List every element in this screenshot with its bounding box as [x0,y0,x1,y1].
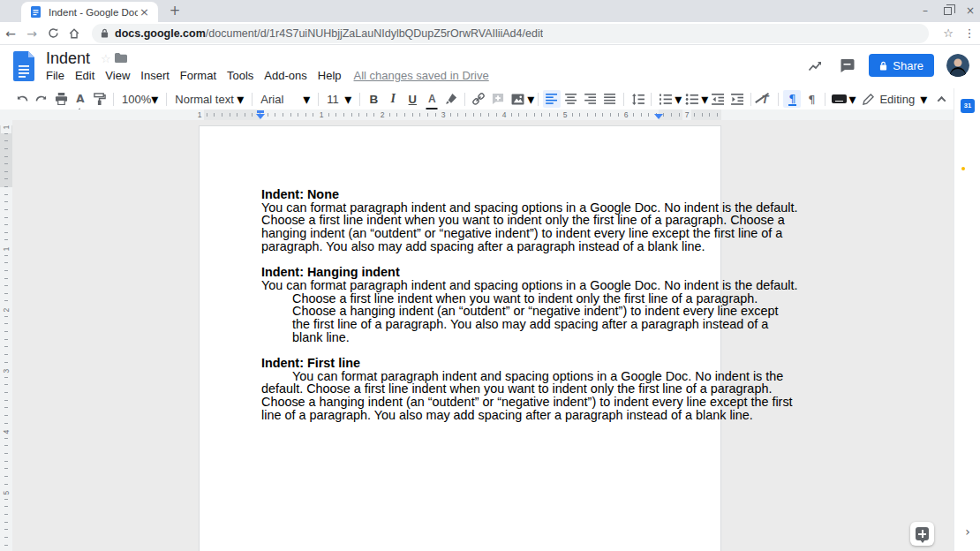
align-right-icon[interactable] [582,90,599,108]
docs-favicon-icon [30,6,41,18]
horizontal-ruler[interactable]: 1 1 2 3 4 5 6 7 [0,109,954,120]
align-justify-icon[interactable] [601,90,619,108]
underline-icon[interactable]: U [403,90,421,108]
add-comment-icon[interactable] [489,90,507,108]
redo-icon[interactable] [33,90,50,108]
collapse-toolbar-button[interactable] [934,90,948,108]
home-icon[interactable] [64,27,85,40]
doc-line: line of a paragraph. You also may add sp… [261,409,667,422]
bookmark-star-icon[interactable]: ☆ [938,26,959,40]
zoom-select[interactable]: 100%▾ [117,90,162,108]
clear-formatting-icon[interactable]: T [756,90,773,108]
google-docs-window: Indent - Google Docs × + – × ← → docs.go… [0,0,980,551]
minimize-icon[interactable]: – [919,0,931,22]
pencil-icon [863,94,874,105]
forward-icon[interactable]: → [21,26,42,41]
line-spacing-icon[interactable] [629,90,646,108]
chevron-down-icon[interactable]: ▾ [701,91,708,108]
insert-image-icon[interactable] [509,90,526,108]
spellcheck-icon[interactable]: A [72,90,89,108]
ruler-number: 3 [1,365,11,377]
left-indent-marker[interactable] [256,114,265,119]
toolbar-divider [750,93,751,106]
doc-section-none: Indent: None You can format paragraph in… [261,188,667,253]
header-actions: Share [805,54,969,77]
font-select[interactable]: Arial▾ [256,90,314,108]
toolbar-divider [464,93,465,106]
italic-icon[interactable]: I [384,90,402,108]
window-controls: – × [919,0,976,22]
browser-tab[interactable]: Indent - Google Docs × [21,2,158,22]
undo-icon[interactable] [13,90,31,108]
highlight-color-icon[interactable] [442,90,460,108]
font-value: Arial [260,93,283,106]
menu-addons[interactable]: Add-ons [259,67,312,84]
style-value: Normal text [175,93,233,106]
chevron-down-icon[interactable]: ▾ [675,91,682,108]
star-document-icon[interactable]: ☆ [101,52,111,65]
doc-section-first-line: Indent: First line You can format paragr… [261,357,667,421]
input-tools-icon[interactable] [830,90,848,108]
zoom-value: 100% [122,93,151,106]
paragraph-style-select[interactable]: Normal text▾ [170,90,248,108]
url-path: /document/d/1r4S7uiNUHbjjZaLauNIdylbQDup… [206,27,543,40]
paint-format-icon[interactable] [91,90,109,108]
new-tab-button[interactable]: + [166,3,184,20]
doc-line: You can format paragraph indent and spac… [261,201,667,215]
chevron-down-icon: ▾ [303,91,310,108]
move-folder-icon[interactable] [115,53,127,63]
numbered-list-icon[interactable] [656,90,674,108]
bulleted-list-icon[interactable] [682,90,700,108]
right-indent-marker[interactable] [654,114,663,119]
reload-icon[interactable] [42,27,64,39]
menu-view[interactable]: View [100,67,135,84]
url-bar[interactable]: docs.google.com/document/d/1r4S7uiNUHbjj… [92,24,929,43]
insert-link-icon[interactable] [470,90,487,108]
chevron-up-icon [937,95,946,104]
chevron-down-icon[interactable]: ▾ [848,91,856,108]
doc-line: You can format paragraph indent and spac… [261,279,667,292]
document-page[interactable]: Indent: None You can format paragraph in… [199,125,721,551]
toolbar-divider [252,93,253,106]
window-close-icon[interactable]: × [964,0,976,22]
docs-logo-icon[interactable] [13,51,36,81]
bold-icon[interactable]: B [365,90,382,108]
insights-icon[interactable] [805,56,825,75]
paragraph-ltr-icon[interactable]: ¶ [783,90,801,108]
menu-format[interactable]: Format [175,67,222,84]
increase-indent-icon[interactable] [728,90,746,108]
chevron-down-icon: ▾ [237,91,244,108]
chevron-down-icon: ▾ [920,91,927,108]
decrease-indent-icon[interactable] [709,90,727,108]
browser-menu-icon[interactable]: ⋮ [959,26,980,40]
menu-tools[interactable]: Tools [222,67,259,84]
first-line-indent-marker[interactable] [257,110,264,113]
restore-icon[interactable] [944,7,952,15]
doc-line: the first line of a paragraph. You also … [261,318,667,331]
comment-history-icon[interactable] [837,56,856,75]
menu-insert[interactable]: Insert [135,67,175,84]
menu-edit[interactable]: Edit [70,67,100,84]
saved-status-link[interactable]: All changes saved in Drive [349,67,494,84]
font-size-select[interactable]: 11▾ [322,90,356,108]
explore-button[interactable] [910,522,934,546]
account-avatar[interactable] [946,54,969,77]
print-icon[interactable] [52,90,70,108]
editing-mode-select[interactable]: Editing ▾ [856,91,934,108]
back-icon[interactable]: ← [0,26,21,41]
chevron-down-icon[interactable]: ▾ [527,91,534,108]
vertical-ruler[interactable]: 1 1 2 3 4 5 [0,120,12,551]
document-text[interactable]: Indent: None You can format paragraph in… [261,188,667,434]
tab-close-icon[interactable]: × [138,5,151,19]
align-center-icon[interactable] [562,90,580,108]
paragraph-rtl-icon[interactable]: ¶ [803,90,820,108]
share-button[interactable]: Share [869,54,934,77]
align-left-icon[interactable] [543,90,561,108]
menu-file[interactable]: File [46,67,70,84]
calendar-icon[interactable]: 31 [961,99,975,113]
document-title[interactable]: Indent [46,49,90,68]
share-lock-icon [879,61,887,71]
hide-side-panel-icon[interactable]: › [954,525,980,539]
menu-help[interactable]: Help [313,67,347,84]
text-color-icon[interactable]: A [423,90,441,108]
